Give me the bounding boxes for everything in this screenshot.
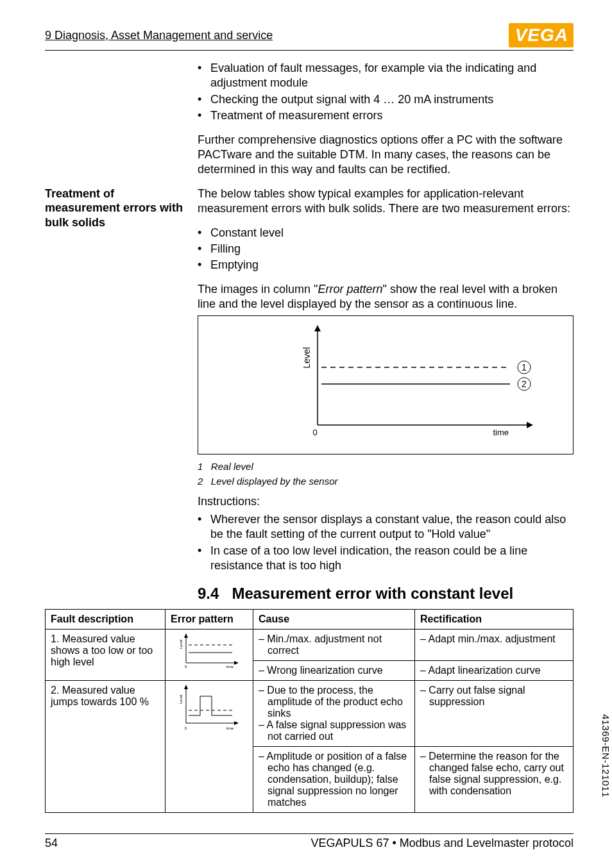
svg-text:1: 1 [522,362,527,372]
svg-marker-1 [314,325,321,331]
fault-rect-2b: Determine the reason for the changed fal… [415,747,574,813]
svg-marker-11 [184,633,188,638]
intro-bullet-list: Evaluation of fault messages, for exampl… [198,61,574,124]
fault-pattern-1: Level 0 time [166,630,253,681]
fault-rect-1b: Adapt linearization curve [415,661,574,681]
brand-logo-text: VEGA [509,23,574,47]
fault-desc-1: 1. Measured value shows a too low or too… [46,630,166,681]
treatment-intro: The below tables show typical examples f… [198,187,574,217]
instruction-bullet: Wherever the sensor displays a constant … [198,512,574,542]
svg-text:0: 0 [185,726,187,730]
figure-xlabel: time [493,428,509,437]
header-rule [45,50,574,51]
svg-marker-20 [184,685,188,689]
error-pattern-figure: 1 2 Level 0 time [198,315,574,455]
intro-bullet: Checking the output signal with 4 … 20 m… [198,92,574,107]
treatment-bullet: Constant level [198,226,574,240]
fault-rect-2a: Carry out false signal suppression [415,681,574,747]
figure-zero: 0 [312,428,317,437]
fault-cause-1a: Min./max. adjustment not correct [253,630,415,661]
treatment-bullet-list: Constant level Filling Emptying [198,226,574,273]
intro-paragraph: Further comprehensive diagnostics option… [198,133,574,178]
svg-text:Level: Level [179,640,183,649]
svg-text:0: 0 [185,665,187,669]
treatment-post-pre: The images in column " [198,283,318,296]
fault-cause-2a: Due to the process, the amplitude of the… [253,681,415,747]
svg-marker-13 [234,661,239,665]
svg-text:2: 2 [522,379,527,389]
fault-cause-2b: Amplitude or position of a false echo ha… [253,747,415,813]
header-section-title: 9 Diagnosis, Asset Management and servic… [45,29,273,42]
treatment-post-italic: Error pattern [318,283,382,296]
svg-marker-3 [527,422,533,428]
treatment-bullet: Emptying [198,258,574,272]
fault-th-desc: Fault description [46,610,166,630]
svg-text:time: time [226,726,234,730]
instructions-label: Instructions: [198,494,574,509]
fault-th-pattern: Error pattern [166,610,253,630]
svg-text:Level: Level [179,695,183,704]
figure-ylabel: Level [302,347,312,369]
instructions-list: Wherever the sensor displays a constant … [198,512,574,574]
svg-text:time: time [226,665,234,669]
fault-cause-1b: Wrong linearization curve [253,661,415,681]
intro-bullet: Evaluation of fault messages, for exampl… [198,61,574,91]
fault-th-cause: Cause [253,610,415,630]
svg-marker-22 [234,721,239,725]
footer-product: VEGAPULS 67 • Modbus and Levelmaster pro… [310,837,574,850]
fig-cap-2-text: Level displayed by the sensor [211,476,338,487]
intro-bullet: Treatment of measurement errors [198,108,574,123]
subsection-title: Measurement error with constant level [232,585,513,602]
fault-table: Fault description Error pattern Cause Re… [45,609,574,813]
footer-page-number: 54 [45,837,58,850]
fig-cap-2-num: 2 [198,476,203,487]
fig-cap-1-text: Real level [211,461,253,472]
fault-rect-1a: Adapt min./max. adjustment [415,630,574,661]
fault-desc-2: 2. Measured value jumps towards 100 % [46,681,166,813]
fault-th-rect: Rectification [415,610,574,630]
fig-cap-1-num: 1 [198,461,203,472]
footer-rule [45,833,574,834]
brand-logo: VEGA [509,23,574,47]
subsection-number: 9.4 [198,585,219,602]
figure-svg: 1 2 Level 0 time [208,322,555,444]
fault-pattern-2: Level 0 time [166,681,253,813]
treatment-side-label: Treatment of measurement errors with bul… [45,187,185,230]
side-document-code: 41369-EN-121011 [600,714,611,797]
instruction-bullet: In case of a too low level indication, t… [198,544,574,574]
treatment-bullet: Filling [198,242,574,256]
subsection-heading: 9.4 Measurement error with constant leve… [198,585,574,603]
